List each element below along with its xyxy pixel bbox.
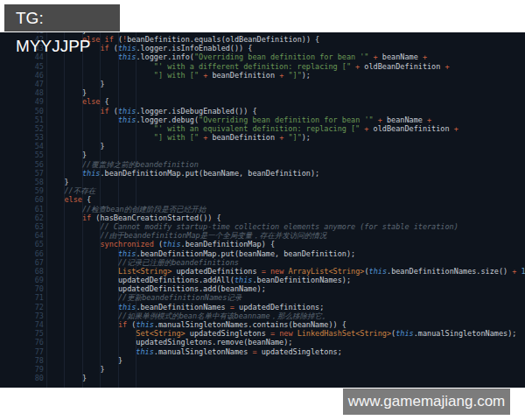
- code-line: 55 }: [0, 150, 525, 159]
- line-number: 60: [0, 195, 44, 204]
- code-line: 58 }: [0, 178, 525, 186]
- line-number: 80: [0, 374, 44, 382]
- code-line: 66 this.beanDefinitionMap.put(beanName, …: [0, 249, 525, 258]
- code-line-text: this.logger.info("Overriding bean defini…: [46, 52, 427, 61]
- code-line: 46 "] with [" + beanDefinition + "]");: [0, 71, 525, 80]
- code-line: 63 // Cannot modify startup-time collect…: [0, 222, 525, 231]
- code-line-text: //不存在: [46, 186, 95, 195]
- line-number: 74: [0, 320, 44, 329]
- watermark-bottom-text: www.gamemajiang.com: [348, 393, 506, 410]
- code-line: 50 if (this.logger.isDebugEnabled()) {: [0, 107, 525, 116]
- code-line-text: //检查bean的创建阶段是否已经开始: [46, 205, 206, 214]
- code-line: 78 }: [0, 356, 525, 365]
- line-number: 48: [0, 88, 44, 97]
- code-line: 76 updatedSingletons.remove(beanName);: [0, 338, 525, 346]
- screenshot-root: 41 }42 else if (!beanDefinition.equals(o…: [0, 0, 525, 420]
- code-line: 72 this.beanDefinitionNames = updatedDef…: [0, 303, 525, 312]
- line-number: 69: [0, 276, 44, 284]
- line-number: 73: [0, 312, 44, 320]
- code-line-text: }: [46, 142, 105, 150]
- code-line: 62 if (hasBeanCreationStarted()) {: [0, 214, 525, 222]
- code-line: 79 }: [0, 365, 525, 374]
- line-number: 76: [0, 338, 44, 346]
- line-number: 62: [0, 214, 44, 222]
- code-line: 75 Set<String> updatedSingletons = new L…: [0, 329, 525, 338]
- code-line: 49 else {: [0, 97, 525, 106]
- code-line: 61 //检查bean的创建阶段是否已经开始: [0, 205, 525, 214]
- line-number: 58: [0, 178, 44, 186]
- code-line: 48 }: [0, 88, 525, 97]
- code-line: 77 this.manualSingletonNames = updatedSi…: [0, 347, 525, 356]
- code-line-text: //更新beandefinitionNames记录: [46, 293, 242, 302]
- code-line: 47 }: [0, 80, 525, 88]
- code-line-text: }: [46, 178, 69, 186]
- line-number: 72: [0, 303, 44, 312]
- code-line-text: }: [46, 150, 87, 159]
- line-number: 59: [0, 186, 44, 195]
- line-number: 57: [0, 169, 44, 178]
- line-number: 79: [0, 365, 44, 374]
- line-number: 50: [0, 107, 44, 116]
- line-number: 70: [0, 284, 44, 293]
- code-line-text: "] with [" + beanDefinition + "]");: [46, 71, 311, 80]
- watermark-bottom-label: www.gamemajiang.com: [343, 388, 510, 415]
- code-line-text: "] with [" + beanDefinition + "]");: [46, 133, 311, 142]
- code-line: 73 //如果单例模式的bean名单中有该beanname，那么移除掉它。: [0, 312, 525, 320]
- line-number: 51: [0, 116, 44, 124]
- line-number: 68: [0, 267, 44, 276]
- code-line-text: if (hasBeanCreationStarted()) {: [46, 214, 221, 222]
- code-line-text: "' with an equivalent definition: replac…: [46, 124, 458, 133]
- line-number: 45: [0, 62, 44, 71]
- line-number: 66: [0, 249, 44, 258]
- code-line-text: }: [46, 88, 87, 97]
- code-line-text: synchronized (this.beanDefinitionMap) {: [46, 240, 275, 248]
- code-line: 71 //更新beandefinitionNames记录: [0, 293, 525, 302]
- line-number: 61: [0, 205, 44, 214]
- code-line: 57 this.beanDefinitionMap.put(beanName, …: [0, 169, 525, 178]
- code-area: 41 }42 else if (!beanDefinition.equals(o…: [0, 32, 525, 382]
- code-line: 56 //覆盖掉之前的beandefinition: [0, 160, 525, 169]
- code-line: 69 updatedDefinitions.addAll(this.beanDe…: [0, 276, 525, 284]
- code-line-text: }: [46, 365, 105, 374]
- code-line-text: Set<String> updatedSingletons = new Link…: [46, 329, 516, 338]
- code-line: 65 synchronized (this.beanDefinitionMap)…: [0, 240, 525, 248]
- code-line: 68 List<String> updatedDefinitions = new…: [0, 267, 525, 276]
- line-number: 78: [0, 356, 44, 365]
- code-line: 53 "] with [" + beanDefinition + "]");: [0, 133, 525, 142]
- line-number: 49: [0, 97, 44, 106]
- code-line-text: // Cannot modify startup-time collection…: [46, 222, 458, 231]
- code-line: 45 "' with a different definition: repla…: [0, 62, 525, 71]
- code-line-text: if (this.manualSingletonNames.contains(b…: [46, 320, 346, 329]
- code-line-text: }: [46, 80, 105, 88]
- line-number: 67: [0, 258, 44, 267]
- line-number: 53: [0, 133, 44, 142]
- code-line-text: else {: [46, 97, 109, 106]
- code-line-text: this.manualSingletonNames = updatedSingl…: [46, 347, 342, 356]
- code-editor[interactable]: 41 }42 else if (!beanDefinition.equals(o…: [0, 32, 525, 388]
- code-line-text: updatedDefinitions.addAll(this.beanDefin…: [46, 276, 351, 284]
- code-line-text: this.beanDefinitionMap.put(beanName, bea…: [46, 249, 355, 258]
- code-line-text: //如果单例模式的bean名单中有该beanname，那么移除掉它。: [46, 312, 330, 320]
- code-line-text: else {: [46, 195, 91, 204]
- code-line-text: //由于beandefinitionMap是一个全局变量，存在并发访问的情况: [46, 231, 326, 240]
- line-number: 64: [0, 231, 44, 240]
- line-number: 47: [0, 80, 44, 88]
- code-line-text: this.logger.debug("Overriding bean defin…: [46, 116, 431, 124]
- code-line: 60 else {: [0, 195, 525, 204]
- line-number: 71: [0, 293, 44, 302]
- code-line: 52 "' with an equivalent definition: rep…: [0, 124, 525, 133]
- line-number: 52: [0, 124, 44, 133]
- code-line-text: }: [46, 356, 122, 365]
- code-line-text: List<String> updatedDefinitions = new Ar…: [46, 267, 525, 276]
- line-number: 56: [0, 160, 44, 169]
- code-line-text: updatedSingletons.remove(beanName);: [46, 338, 292, 346]
- code-line-text: //覆盖掉之前的beandefinition: [46, 160, 199, 169]
- line-number: 65: [0, 240, 44, 248]
- code-line-text: if (this.logger.isDebugEnabled()) {: [46, 107, 257, 116]
- code-line-text: }: [46, 374, 87, 382]
- line-number: 54: [0, 142, 44, 150]
- code-line: 59 //不存在: [0, 186, 525, 195]
- code-line-text: this.beanDefinitionMap.put(beanName, bea…: [46, 169, 319, 178]
- line-number: 75: [0, 329, 44, 338]
- code-line: 74 if (this.manualSingletonNames.contain…: [0, 320, 525, 329]
